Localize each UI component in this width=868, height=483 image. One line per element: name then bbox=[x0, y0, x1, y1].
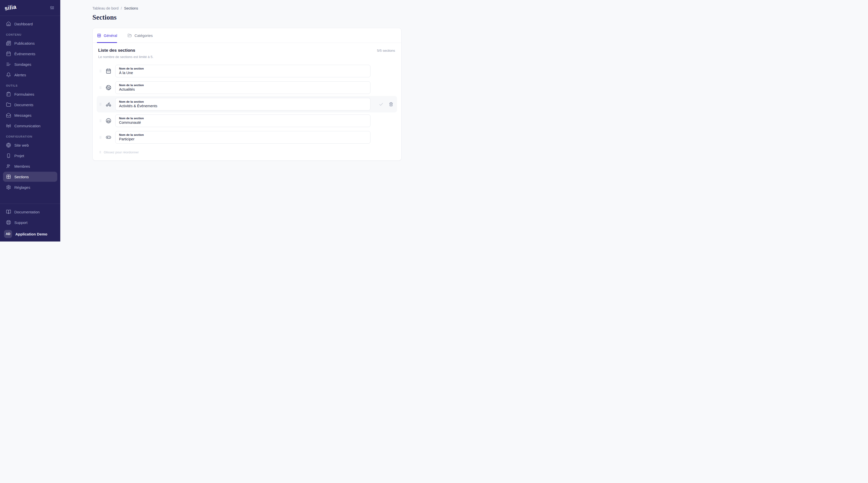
sidebar-item-label: Sondages bbox=[14, 62, 31, 67]
section-row-a-la-une: Nom de la section À la Une bbox=[97, 63, 397, 79]
sidebar-collapse-button[interactable] bbox=[48, 4, 56, 11]
sidebar-item-label: Formulaires bbox=[14, 92, 34, 96]
sidebar-item-communication[interactable]: Communication bbox=[3, 121, 57, 131]
calendar-days-icon bbox=[105, 68, 112, 74]
book-open-icon bbox=[6, 210, 11, 215]
list-title: Liste des sections bbox=[98, 48, 153, 53]
sidebar-item-label: Membres bbox=[14, 164, 30, 168]
bell-icon bbox=[6, 72, 11, 77]
sidebar-item-dashboard[interactable]: Dashboard bbox=[3, 19, 57, 29]
collapse-sidebar-icon bbox=[49, 5, 55, 10]
section-name-input[interactable]: Nom de la section Communauté bbox=[115, 115, 370, 127]
main-content: Tableau de bord / Sections Sections Géné… bbox=[60, 0, 434, 242]
users-icon bbox=[6, 164, 11, 169]
drag-handle-icon bbox=[99, 150, 102, 154]
gamepad-icon bbox=[105, 134, 112, 140]
section-name-input[interactable]: Nom de la section Activités & Événements bbox=[115, 98, 370, 110]
tab-general[interactable]: Général bbox=[97, 28, 117, 43]
breadcrumb-separator: / bbox=[121, 6, 122, 10]
drag-handle-icon[interactable] bbox=[99, 134, 102, 140]
breadcrumb: Tableau de bord / Sections bbox=[92, 6, 402, 10]
section-row-actualites: Nom de la section Actualités bbox=[97, 79, 397, 96]
breadcrumb-current: Sections bbox=[124, 6, 138, 10]
tab-label: Catégories bbox=[134, 33, 153, 38]
sidebar-item-messages[interactable]: Messages bbox=[3, 110, 57, 120]
sidebar-item-label: Support bbox=[14, 220, 28, 225]
page-title: Sections bbox=[92, 13, 402, 21]
sidebar-item-label: Réglages bbox=[14, 185, 30, 190]
breadcrumb-dashboard-link[interactable]: Tableau de bord bbox=[92, 6, 119, 10]
section-name-input[interactable]: Nom de la section Actualités bbox=[115, 81, 370, 94]
sidebar-item-label: Dashboard bbox=[14, 22, 33, 26]
folder-icon bbox=[6, 102, 11, 107]
sidebar-item-alertes[interactable]: Alertes bbox=[3, 70, 57, 80]
radio-tower-icon bbox=[6, 123, 11, 128]
life-buoy-icon bbox=[6, 220, 11, 225]
drag-handle-icon[interactable] bbox=[99, 101, 102, 107]
delete-icon[interactable] bbox=[389, 102, 393, 106]
sidebar-item-support[interactable]: Support bbox=[3, 217, 57, 227]
section-name-input[interactable]: Nom de la section Participer bbox=[115, 131, 370, 143]
sidebar-item-documentation[interactable]: Documentation bbox=[3, 207, 57, 217]
sidebar-item-label: Documentation bbox=[14, 210, 40, 214]
mail-open-icon bbox=[6, 113, 11, 118]
section-row-participer: Nom de la section Participer bbox=[97, 129, 397, 146]
tab-label: Général bbox=[104, 33, 117, 38]
sidebar-item-label: Messages bbox=[14, 113, 31, 118]
app-root: silia Dashboard CONTENU Publications Évé… bbox=[0, 0, 434, 242]
sidebar-item-label: Projet bbox=[14, 154, 24, 158]
laugh-face-icon bbox=[105, 118, 112, 124]
sidebar-nav: Dashboard CONTENU Publications Événement… bbox=[0, 16, 60, 193]
sidebar-group-label-configuration: CONFIGURATION bbox=[3, 135, 57, 138]
sidebar: silia Dashboard CONTENU Publications Évé… bbox=[0, 0, 60, 242]
section-row-communaute: Nom de la section Communauté bbox=[97, 112, 397, 129]
sidebar-item-projet[interactable]: Projet bbox=[3, 151, 57, 161]
drag-handle-icon[interactable] bbox=[99, 68, 102, 74]
logo: silia bbox=[4, 3, 17, 12]
grid-icon bbox=[97, 33, 101, 38]
sidebar-item-publications[interactable]: Publications bbox=[3, 38, 57, 48]
list-subtitle: Le nombre de sections est limité à 5. bbox=[98, 55, 153, 59]
sidebar-footer: Documentation Support AD Application Dem… bbox=[0, 203, 60, 242]
sidebar-item-sections[interactable]: Sections bbox=[3, 172, 57, 182]
sidebar-item-label: Événements bbox=[14, 52, 35, 56]
globe-icon bbox=[6, 142, 11, 148]
sidebar-header: silia bbox=[0, 0, 60, 16]
reorder-hint-label: Glissez pour réordonner bbox=[104, 150, 138, 154]
bike-icon bbox=[105, 101, 112, 107]
sidebar-item-evenements[interactable]: Événements bbox=[3, 49, 57, 59]
drag-handle-icon[interactable] bbox=[99, 118, 102, 124]
confirm-icon[interactable] bbox=[379, 102, 383, 107]
grid-icon bbox=[6, 174, 11, 179]
poll-lines-icon bbox=[6, 62, 11, 67]
sidebar-item-membres[interactable]: Membres bbox=[3, 161, 57, 171]
drag-handle-icon[interactable] bbox=[99, 85, 102, 90]
smartphone-icon bbox=[6, 153, 11, 158]
earth-icon bbox=[105, 85, 112, 90]
user-name: Application Demo bbox=[15, 232, 48, 236]
section-name-input[interactable]: Nom de la section À la Une bbox=[115, 65, 370, 77]
sidebar-item-site-web[interactable]: Site web bbox=[3, 140, 57, 150]
sections-card: Général Catégories Liste des sections Le… bbox=[92, 28, 402, 161]
row-actions bbox=[370, 102, 395, 107]
user-profile[interactable]: AD Application Demo bbox=[3, 229, 57, 238]
section-list: Nom de la section À la Une Nom de la sec… bbox=[97, 63, 397, 146]
sidebar-group-label-contenu: CONTENU bbox=[3, 33, 57, 36]
section-counter: 5/5 sections bbox=[377, 49, 395, 53]
sidebar-item-sondages[interactable]: Sondages bbox=[3, 59, 57, 69]
sidebar-item-label: Alertes bbox=[14, 73, 26, 77]
tab-bar: Général Catégories bbox=[93, 28, 401, 43]
reorder-hint: Glissez pour réordonner bbox=[97, 150, 397, 154]
sidebar-item-documents[interactable]: Documents bbox=[3, 100, 57, 110]
sidebar-item-label: Publications bbox=[14, 41, 35, 45]
sidebar-item-reglages[interactable]: Réglages bbox=[3, 182, 57, 192]
sidebar-group-label-outils: OUTILS bbox=[3, 84, 57, 87]
avatar: AD bbox=[4, 230, 12, 238]
folder-open-icon bbox=[128, 33, 132, 38]
section-row-activites-evenements: Nom de la section Activités & Événements bbox=[97, 96, 397, 112]
sidebar-item-formulaires[interactable]: Formulaires bbox=[3, 89, 57, 99]
list-header: Liste des sections Le nombre de sections… bbox=[97, 48, 397, 59]
tab-categories[interactable]: Catégories bbox=[128, 28, 153, 43]
sidebar-item-label: Sections bbox=[14, 175, 29, 179]
calendar-icon bbox=[6, 51, 11, 56]
